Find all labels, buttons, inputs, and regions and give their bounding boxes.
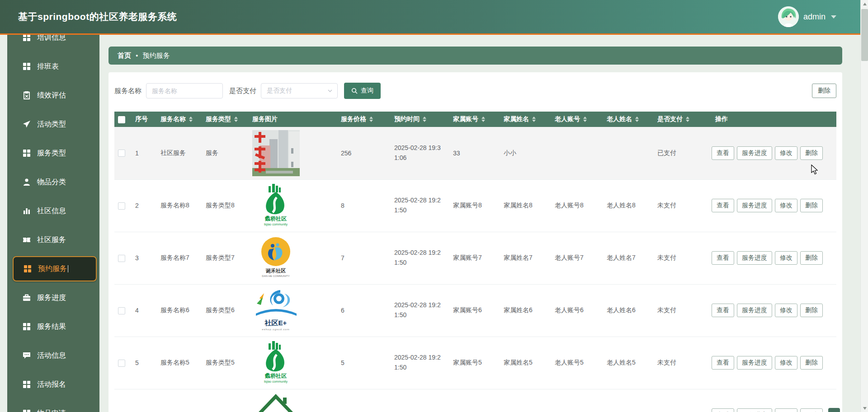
cell-elder-account: 老人账号8 [551, 179, 603, 232]
column-header-11[interactable]: 是否支付 [654, 112, 698, 127]
cell-price: 8 [337, 179, 391, 232]
column-label: 服务类型 [206, 115, 231, 122]
column-header-6[interactable]: 预约时间 [391, 112, 449, 127]
service-name-input[interactable] [146, 83, 223, 98]
row-action-1-button[interactable]: 查看 [712, 304, 734, 317]
row-action-1-button[interactable]: 查看 [712, 356, 734, 370]
cell-pay-status: 未支付 [654, 337, 698, 389]
cell-time: 2025-02-28 19:21:50 [391, 337, 449, 389]
scrollbar-up-arrow[interactable] [861, 0, 868, 8]
row-action-4-button[interactable]: 删除 [800, 408, 823, 412]
sidebar: 培训信息排班表绩效评估活动类型服务类型物品分类社区信息社区服务预约服务服务进度服… [7, 35, 99, 412]
sidebar-item-label: 社区服务 [37, 235, 66, 245]
cell-family-account: 家属账号8 [449, 179, 500, 232]
search-toolbar: 服务名称 是否支付 是否支付 查询 删除 [114, 83, 836, 99]
sidebar-item-5[interactable]: 服务类型 [7, 139, 99, 168]
sort-caret-icon[interactable] [532, 117, 536, 122]
row-action-3-button[interactable]: 修改 [775, 146, 797, 160]
sidebar-item-8[interactable]: 社区服务 [7, 225, 99, 254]
table-row: 1社区服务服务2562025-02-28 19:31:0633小小已支付查看服务… [114, 127, 836, 179]
sort-caret-icon[interactable] [686, 117, 689, 122]
row-action-4-button[interactable]: 删除 [800, 304, 823, 317]
sidebar-item-label: 服务进度 [37, 293, 66, 303]
select-all-checkbox[interactable] [118, 116, 125, 123]
sort-caret-icon[interactable] [234, 117, 238, 122]
sidebar-item-6[interactable]: 物品分类 [7, 168, 99, 197]
sort-caret-icon[interactable] [189, 117, 193, 122]
cell-seq: 3 [132, 232, 157, 284]
column-header-5[interactable]: 服务价格 [337, 112, 391, 127]
row-action-2-button[interactable]: 服务进度 [737, 146, 772, 160]
sidebar-item-12[interactable]: 活动信息 [7, 341, 99, 370]
cell-elder-name: 老人姓名8 [603, 179, 654, 232]
column-header-9[interactable]: 老人账号 [551, 112, 603, 127]
sidebar-item-4[interactable]: 活动类型 [7, 110, 99, 139]
row-checkbox[interactable] [118, 150, 125, 157]
row-checkbox[interactable] [118, 360, 125, 367]
cell-elder-account: 老人账号6 [551, 284, 603, 337]
row-action-1-button[interactable]: 查看 [712, 408, 734, 412]
row-action-4-button[interactable]: 删除 [800, 356, 823, 370]
sidebar-item-2[interactable]: 排班表 [7, 52, 99, 81]
search-button[interactable]: 查询 [344, 83, 381, 99]
column-header-7[interactable]: 家属账号 [449, 112, 500, 127]
cell-pay-status: 未支付 [654, 284, 698, 337]
row-action-4-button[interactable]: 删除 [800, 251, 823, 265]
row-checkbox[interactable] [118, 255, 125, 262]
liqiao-community-logo: 蠡桥社区liqiao community [252, 183, 300, 229]
sort-caret-icon[interactable] [369, 117, 373, 122]
back-to-top-button[interactable] [828, 408, 840, 412]
scrollbar-down-arrow[interactable] [861, 404, 868, 412]
row-action-3-button[interactable]: 修改 [775, 304, 797, 317]
sort-caret-icon[interactable] [635, 117, 639, 122]
row-action-2-button[interactable]: 服务进度 [737, 304, 772, 317]
row-action-2-button[interactable]: 服务进度 [737, 356, 772, 370]
row-action-3-button[interactable]: 修改 [775, 356, 797, 370]
row-action-2-button[interactable]: 服务进度 [737, 199, 772, 212]
svg-text:liqiao community: liqiao community [264, 380, 288, 384]
sidebar-item-9[interactable]: 预约服务 [13, 256, 97, 281]
row-action-1-button[interactable]: 查看 [712, 251, 734, 265]
sort-caret-icon[interactable] [423, 117, 426, 122]
breadcrumb: 首页 ● 预约服务 [108, 47, 842, 65]
cell-service-name [157, 389, 202, 412]
page-scrollbar[interactable] [860, 0, 868, 412]
batch-delete-button[interactable]: 删除 [812, 84, 836, 98]
sort-caret-icon[interactable] [481, 117, 485, 122]
sidebar-item-14[interactable]: 物品申请 [7, 399, 99, 412]
cell-service-type: 服务类型5 [202, 337, 249, 389]
avatar[interactable] [778, 6, 799, 27]
row-action-1-button[interactable]: 查看 [712, 146, 734, 160]
grid-icon [23, 323, 31, 331]
column-header-8[interactable]: 家属姓名 [500, 112, 551, 127]
column-header-1: 序号 [132, 112, 157, 127]
cell-actions: 查看服务进度修改删除 [698, 284, 836, 337]
cell-service-name: 社区服务 [157, 127, 202, 179]
pay-status-select[interactable]: 是否支付 [261, 83, 338, 98]
scrollbar-thumb[interactable] [861, 9, 868, 61]
sidebar-item-11[interactable]: 服务结果 [7, 312, 99, 341]
row-action-3-button[interactable]: 修改 [775, 251, 797, 265]
sidebar-item-7[interactable]: 社区信息 [7, 197, 99, 225]
column-header-2[interactable]: 服务名称 [157, 112, 202, 127]
row-action-4-button[interactable]: 删除 [800, 199, 823, 212]
column-header-3[interactable]: 服务类型 [202, 112, 249, 127]
row-action-2-button[interactable]: 服务进度 [737, 408, 772, 412]
sort-caret-icon[interactable] [583, 117, 587, 122]
row-action-2-button[interactable]: 服务进度 [737, 251, 772, 265]
sidebar-item-13[interactable]: 活动报名 [7, 370, 99, 399]
cell-family-name [500, 389, 551, 412]
row-action-3-button[interactable]: 修改 [775, 408, 797, 412]
row-checkbox[interactable] [118, 202, 125, 210]
sidebar-item-1[interactable]: 培训信息 [7, 35, 99, 52]
row-action-4-button[interactable]: 删除 [800, 146, 823, 160]
cell-seq [132, 389, 157, 412]
user-menu[interactable]: admin [778, 6, 836, 27]
row-action-1-button[interactable]: 查看 [712, 199, 734, 212]
breadcrumb-home[interactable]: 首页 [118, 52, 131, 60]
column-header-10[interactable]: 老人姓名 [603, 112, 654, 127]
sidebar-item-10[interactable]: 服务进度 [7, 283, 99, 312]
row-checkbox[interactable] [118, 307, 125, 314]
row-action-3-button[interactable]: 修改 [775, 199, 797, 212]
sidebar-item-3[interactable]: 绩效评估 [7, 81, 99, 110]
